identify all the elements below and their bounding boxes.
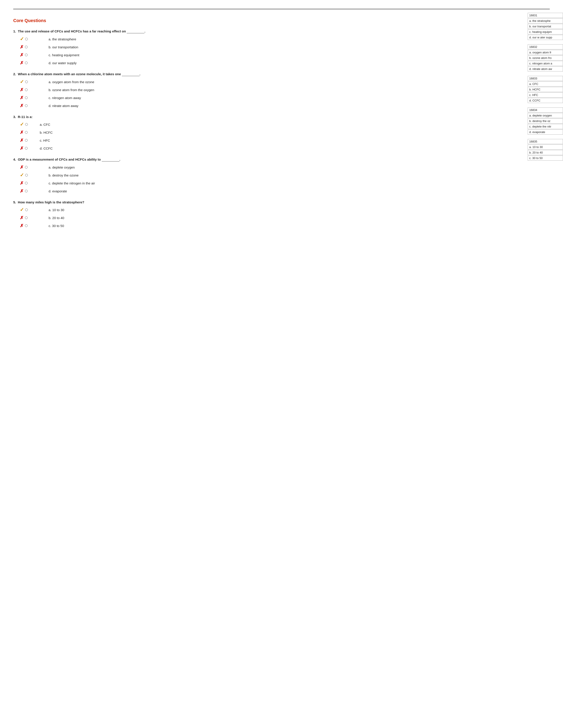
option-2-text: c. nitrogen atom away <box>49 96 81 100</box>
rp-option-3-3: d. CCFC <box>528 98 563 103</box>
rp-option-2-3: d. nitrate atom aw <box>528 66 563 71</box>
radio-circle[interactable] <box>25 208 28 211</box>
blank <box>127 29 144 33</box>
rp-id-5: 16835 <box>528 139 563 144</box>
rp-group-2: 16832a. oxygen atom frb. ozone atom froc… <box>528 40 563 71</box>
x-icon: ✗ <box>20 180 24 186</box>
option-2-text: c. heating equipment <box>49 53 79 57</box>
radio-circle[interactable] <box>25 147 28 150</box>
option-0-text: a. CFC <box>40 123 50 126</box>
question-2-text: 2. When a chlorine atom meets with an oz… <box>13 72 201 76</box>
radio-circle[interactable] <box>25 62 28 64</box>
check-icon: ✓ <box>20 172 24 178</box>
rp-option-5-2: c. 30 to 50 <box>528 156 563 161</box>
option-0-text: a. oxygen atom from the ozone <box>49 80 94 84</box>
check-icon: ✓ <box>20 207 24 213</box>
radio-circle[interactable] <box>25 46 28 48</box>
question-4-option-3: ✗d. evaporate <box>20 188 201 194</box>
question-3-options: ✓a. CFC✗b. HCFC✗c. HFC✗d. CCFC <box>20 121 201 151</box>
option-1-text: b. 20 to 40 <box>49 216 64 220</box>
x-icon: ✗ <box>20 223 24 228</box>
radio-circle[interactable] <box>25 182 28 184</box>
question-1: 1. The use and release of CFCs and HCFCs… <box>13 29 201 66</box>
check-icon: ✓ <box>20 79 24 85</box>
x-icon: ✗ <box>20 138 24 143</box>
question-1-option-0: ✓a. the stratosphere <box>20 36 201 42</box>
question-3-option-0: ✓a. CFC <box>20 121 201 128</box>
option-1-text: b. ozone atom from the oxygen <box>49 88 94 92</box>
question-4-option-0: ✗a. deplete oxygen <box>20 164 201 170</box>
rp-option-1-1: b. our transportat <box>528 24 563 29</box>
rp-option-3-0: a. CFC <box>528 81 563 86</box>
rp-group-4: 16834a. deplete oxygenb. destroy the ozc… <box>528 103 563 135</box>
rp-group-3: 16833a. CFCb. HCFCc. HFCd. CCFC <box>528 72 563 103</box>
rp-option-4-1: b. destroy the oz <box>528 118 563 124</box>
question-5-options: ✓a. 10 to 30✗b. 20 to 40✗c. 30 to 50 <box>20 207 201 229</box>
radio-circle[interactable] <box>25 224 28 227</box>
option-0-text: a. deplete oxygen <box>49 165 75 169</box>
question-3-option-3: ✗d. CCFC <box>20 145 201 151</box>
option-1-text: b. destroy the ozone <box>49 173 79 177</box>
question-1-option-2: ✗c. heating equipment <box>20 52 201 58</box>
question-5-option-1: ✗b. 20 to 40 <box>20 215 201 221</box>
x-icon: ✗ <box>20 60 24 66</box>
radio-circle[interactable] <box>25 38 28 40</box>
option-3-text: d. nitrate atom away <box>49 104 78 108</box>
radio-circle[interactable] <box>25 174 28 176</box>
radio-circle[interactable] <box>25 166 28 169</box>
x-icon: ✗ <box>20 52 24 58</box>
x-icon: ✗ <box>20 215 24 220</box>
radio-circle[interactable] <box>25 81 28 83</box>
question-4-text: 4. ODP is a measurement of CFCs and HCFC… <box>13 158 201 161</box>
option-3-text: d. CCFC <box>40 146 53 150</box>
x-icon: ✗ <box>20 146 24 151</box>
rp-option-4-0: a. deplete oxygen <box>528 113 563 118</box>
question-4: 4. ODP is a measurement of CFCs and HCFC… <box>13 158 201 194</box>
rp-option-5-0: a. 10 to 30 <box>528 144 563 150</box>
rp-option-3-1: b. HCFC <box>528 87 563 92</box>
radio-circle[interactable] <box>25 123 28 126</box>
question-1-option-3: ✗d. our water supply <box>20 60 201 66</box>
x-icon: ✗ <box>20 103 24 108</box>
rp-id-3: 16833 <box>528 76 563 81</box>
radio-circle[interactable] <box>25 88 28 91</box>
rp-option-5-1: b. 20 to 40 <box>528 150 563 155</box>
radio-circle[interactable] <box>25 216 28 219</box>
question-2-option-3: ✗d. nitrate atom away <box>20 103 201 109</box>
rp-group-1: 16831a. the stratospheb. our transportat… <box>528 9 563 40</box>
x-icon: ✗ <box>20 95 24 100</box>
section-title: Core Questions <box>13 18 201 23</box>
x-icon: ✗ <box>20 165 24 170</box>
radio-circle[interactable] <box>25 96 28 99</box>
question-2-option-1: ✗b. ozone atom from the oxygen <box>20 87 201 93</box>
question-4-options: ✗a. deplete oxygen✓b. destroy the ozone✗… <box>20 164 201 194</box>
rp-option-2-1: b. ozone atom fro <box>528 55 563 60</box>
check-icon: ✓ <box>20 122 24 127</box>
question-4-option-1: ✓b. destroy the ozone <box>20 172 201 178</box>
question-1-option-1: ✗b. our transportation <box>20 44 201 50</box>
rp-option-1-3: d. our w ater supp <box>528 35 563 40</box>
question-5: 5. How many miles high is the stratosphe… <box>13 200 201 229</box>
x-icon: ✗ <box>20 188 24 194</box>
question-4-option-2: ✗c. deplete the nitrogen in the air <box>20 180 201 186</box>
radio-circle[interactable] <box>25 131 28 134</box>
rp-id-1: 16831 <box>528 13 563 18</box>
radio-circle[interactable] <box>25 190 28 192</box>
radio-circle[interactable] <box>25 54 28 56</box>
question-2: 2. When a chlorine atom meets with an oz… <box>13 72 201 109</box>
x-icon: ✗ <box>20 44 24 50</box>
rp-option-1-0: a. the stratosphe <box>528 18 563 23</box>
rp-option-4-3: d. evaporate <box>528 129 563 135</box>
option-3-text: d. our water supply <box>49 61 77 65</box>
option-0-text: a. 10 to 30 <box>49 208 64 212</box>
question-1-text: 1. The use and release of CFCs and HCFCs… <box>13 29 201 33</box>
question-2-options: ✓a. oxygen atom from the ozone✗b. ozone … <box>20 79 201 109</box>
question-1-options: ✓a. the stratosphere✗b. our transportati… <box>20 36 201 66</box>
option-2-text: c. 30 to 50 <box>49 224 64 228</box>
rp-option-1-2: c. heating equipm <box>528 29 563 34</box>
top-divider <box>13 9 550 9</box>
radio-circle[interactable] <box>25 139 28 142</box>
radio-circle[interactable] <box>25 104 28 107</box>
question-2-option-2: ✗c. nitrogen atom away <box>20 95 201 101</box>
question-3-text: 3. R-11 is a: <box>13 115 201 119</box>
